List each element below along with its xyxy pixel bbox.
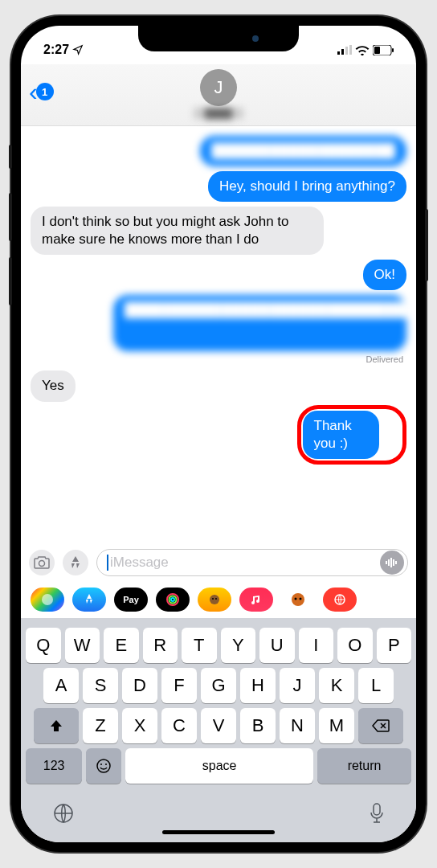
more-app-icon[interactable] xyxy=(323,588,357,612)
message-row: ███████████████████ xyxy=(31,134,406,168)
key-e[interactable]: E xyxy=(104,628,139,663)
camera-icon xyxy=(34,556,50,569)
audio-wave-icon xyxy=(386,558,398,567)
message-input[interactable]: iMessage xyxy=(96,549,408,576)
svg-rect-10 xyxy=(390,558,392,567)
message-bubble-sent[interactable]: Ok! xyxy=(363,260,406,290)
contact-header[interactable]: J ████ xyxy=(31,69,406,119)
key-c[interactable]: C xyxy=(161,708,197,743)
apple-pay-app-icon[interactable]: Pay xyxy=(114,588,148,612)
avatar: J xyxy=(200,69,237,106)
key-m[interactable]: M xyxy=(319,708,354,743)
app-strip[interactable]: Pay xyxy=(21,581,416,618)
app-store-icon xyxy=(67,555,84,571)
svg-point-18 xyxy=(212,598,214,600)
mic-icon[interactable] xyxy=(370,803,384,824)
keyboard-bottom xyxy=(24,788,413,830)
svg-point-19 xyxy=(215,598,217,600)
numbers-key[interactable]: 123 xyxy=(26,748,82,784)
svg-rect-12 xyxy=(395,561,397,564)
key-p[interactable]: P xyxy=(377,628,412,663)
key-g[interactable]: G xyxy=(201,668,236,703)
key-l[interactable]: L xyxy=(358,668,394,703)
shift-icon xyxy=(49,719,63,733)
key-w[interactable]: W xyxy=(65,628,100,663)
notch xyxy=(138,26,299,51)
shift-key[interactable] xyxy=(34,708,79,743)
key-f[interactable]: F xyxy=(161,668,197,703)
key-s[interactable]: S xyxy=(83,668,118,703)
key-d[interactable]: D xyxy=(122,668,157,703)
key-t[interactable]: T xyxy=(182,628,217,663)
appstore-app-icon[interactable] xyxy=(72,588,106,612)
photos-app-icon[interactable] xyxy=(31,588,64,612)
svg-rect-0 xyxy=(337,51,340,55)
unread-badge: 1 xyxy=(36,83,54,100)
nav-header: ‹ 1 J ████ xyxy=(21,64,416,126)
message-bubble-sent[interactable]: Thank you :) xyxy=(303,411,380,459)
emoji-key[interactable] xyxy=(86,748,121,784)
key-y[interactable]: Y xyxy=(221,628,256,663)
svg-rect-3 xyxy=(349,45,352,55)
message-row: Thank you :) xyxy=(31,405,406,465)
globe-icon[interactable] xyxy=(53,803,74,824)
key-q[interactable]: Q xyxy=(26,628,61,663)
memoji-app-icon[interactable] xyxy=(198,588,231,612)
animoji-app-icon[interactable] xyxy=(281,588,315,612)
svg-rect-28 xyxy=(374,804,380,815)
messages-scroll[interactable]: ███████████████████Hey, should I bring a… xyxy=(21,126,416,544)
keyboard-row-2: ASDFGHJKL xyxy=(26,668,411,703)
svg-point-20 xyxy=(292,593,304,606)
music-app-icon[interactable] xyxy=(239,588,273,612)
svg-rect-11 xyxy=(393,559,394,566)
message-bubble-received[interactable]: Yes xyxy=(31,371,76,401)
camera-button[interactable] xyxy=(29,550,55,575)
message-bubble-sent[interactable]: ████████████████████████████████ xyxy=(113,295,406,351)
svg-rect-2 xyxy=(345,47,348,55)
keyboard-row-4: 123 space return xyxy=(26,748,411,784)
key-a[interactable]: A xyxy=(43,668,79,703)
message-bubble-received[interactable]: I don't think so but you might ask John … xyxy=(31,207,324,255)
back-button[interactable]: ‹ 1 xyxy=(29,79,54,104)
key-i[interactable]: I xyxy=(299,628,334,663)
mute-switch xyxy=(9,145,12,169)
key-z[interactable]: Z xyxy=(83,708,118,743)
key-o[interactable]: O xyxy=(337,628,373,663)
app-store-button[interactable] xyxy=(63,550,88,575)
message-bubble-sent[interactable]: ███████████████████ xyxy=(200,136,406,166)
key-n[interactable]: N xyxy=(280,708,315,743)
backspace-key[interactable] xyxy=(358,708,403,743)
key-r[interactable]: R xyxy=(143,628,178,663)
svg-rect-1 xyxy=(341,49,344,55)
svg-rect-8 xyxy=(386,561,387,564)
keyboard: QWERTYUIOP ASDFGHJKL ZXCVBNM 123 space r… xyxy=(21,618,416,842)
home-indicator[interactable] xyxy=(162,830,275,834)
key-b[interactable]: B xyxy=(240,708,276,743)
volume-down xyxy=(9,257,12,305)
space-key[interactable]: space xyxy=(125,748,313,784)
highlight-annotation: Thank you :) xyxy=(297,405,407,465)
svg-rect-9 xyxy=(388,559,390,566)
status-time: 2:27 xyxy=(43,43,69,57)
audio-button[interactable] xyxy=(380,551,404,575)
key-x[interactable]: X xyxy=(122,708,157,743)
key-k[interactable]: K xyxy=(319,668,354,703)
key-u[interactable]: U xyxy=(259,628,295,663)
key-v[interactable]: V xyxy=(201,708,236,743)
message-bubble-sent[interactable]: Hey, should I bring anything? xyxy=(208,171,406,202)
contact-name: ████ xyxy=(194,108,243,119)
message-row: Yes xyxy=(31,369,406,403)
key-j[interactable]: J xyxy=(280,668,315,703)
key-h[interactable]: H xyxy=(240,668,276,703)
message-row: Ok! xyxy=(31,258,406,292)
input-bar: iMessage xyxy=(21,544,416,581)
return-key[interactable]: return xyxy=(317,748,411,784)
svg-point-7 xyxy=(39,561,45,567)
message-row: Hey, should I bring anything? xyxy=(31,170,406,203)
svg-point-16 xyxy=(171,598,174,601)
svg-rect-6 xyxy=(392,48,394,52)
svg-point-25 xyxy=(100,764,102,765)
svg-point-21 xyxy=(295,598,297,600)
activity-app-icon[interactable] xyxy=(156,588,190,612)
svg-point-13 xyxy=(42,594,53,605)
